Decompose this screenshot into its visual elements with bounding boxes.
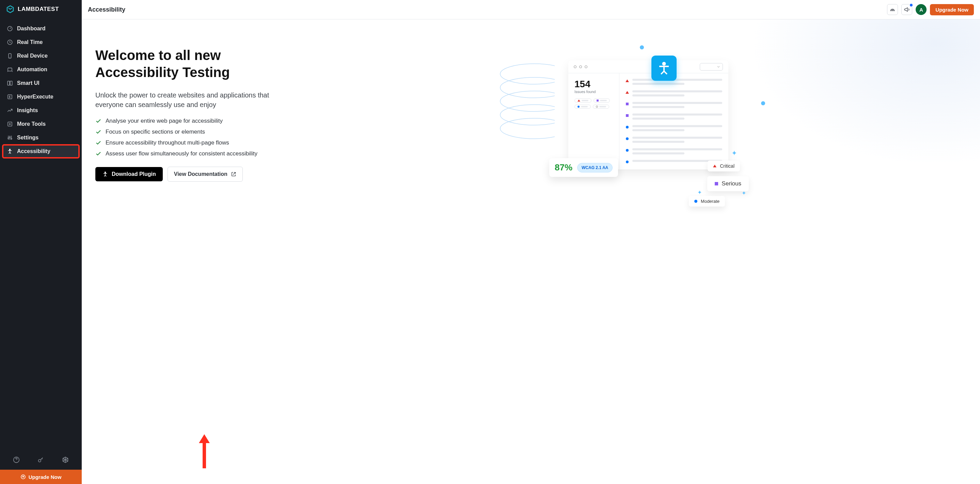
help-icon[interactable] bbox=[13, 456, 20, 463]
moderate-marker-icon bbox=[625, 149, 629, 152]
severity-pill-serious: Serious bbox=[707, 176, 749, 191]
sidebar-item-label: Accessibility bbox=[17, 148, 50, 154]
upgrade-up-icon bbox=[21, 474, 26, 479]
avatar-initial: A bbox=[920, 7, 923, 13]
serious-marker-icon bbox=[715, 182, 718, 185]
svg-point-8 bbox=[8, 138, 9, 139]
annotation-arrow-icon bbox=[197, 434, 211, 468]
sidebar-item-label: More Tools bbox=[17, 121, 46, 127]
decor-dot-icon bbox=[640, 45, 644, 50]
sidebar-item-realdevice[interactable]: Real Device bbox=[3, 50, 79, 62]
clock-icon bbox=[7, 39, 13, 45]
check-icon bbox=[95, 151, 102, 157]
feature-item: Assess user flow simultaneously for cons… bbox=[95, 150, 279, 157]
columns-icon bbox=[7, 80, 13, 86]
moderate-marker-icon bbox=[625, 126, 629, 128]
main: Accessibility A Upgrade Now bbox=[82, 0, 980, 484]
sidebar-item-label: Real Time bbox=[17, 39, 43, 45]
primary-cta-label: Download Plugin bbox=[112, 171, 156, 177]
sidebar-item-dashboard[interactable]: Dashboard bbox=[3, 22, 79, 35]
sidebar-upgrade-label: Upgrade Now bbox=[29, 474, 62, 480]
critical-marker-icon bbox=[713, 165, 716, 167]
feature-text: Assess user flow simultaneously for cons… bbox=[105, 150, 258, 157]
hero-title: Welcome to all new Accessibility Testing bbox=[95, 47, 279, 81]
cta-row: Download Plugin View Documentation bbox=[95, 167, 279, 182]
svg-rect-3 bbox=[8, 68, 12, 71]
key-icon[interactable] bbox=[37, 456, 45, 463]
sidebar-item-insights[interactable]: Insights bbox=[3, 104, 79, 117]
content: Welcome to all new Accessibility Testing… bbox=[82, 19, 980, 484]
critical-marker-icon bbox=[625, 80, 629, 82]
sidebar-item-realtime[interactable]: Real Time bbox=[3, 36, 79, 49]
decor-rings-icon bbox=[497, 60, 555, 156]
feature-text: Analyse your entire web page for accessi… bbox=[105, 118, 223, 125]
severity-label: Serious bbox=[722, 180, 741, 187]
issues-label: Issues found bbox=[574, 89, 614, 94]
feature-list: Analyse your entire web page for accessi… bbox=[95, 118, 279, 157]
sparkle-icon: ✦ bbox=[732, 149, 737, 157]
sidebar-item-settings[interactable]: Settings bbox=[3, 131, 79, 144]
svg-point-11 bbox=[10, 149, 11, 150]
brand-logo-icon bbox=[6, 5, 14, 13]
sidebar-item-hyperexecute[interactable]: HyperExecute bbox=[3, 90, 79, 103]
header-upgrade-button[interactable]: Upgrade Now bbox=[930, 4, 974, 15]
download-plugin-button[interactable]: Download Plugin bbox=[95, 167, 163, 181]
severity-chip-row bbox=[574, 99, 614, 109]
check-icon bbox=[95, 140, 102, 146]
sidebar-footer-icons bbox=[0, 450, 82, 470]
view-docs-button[interactable]: View Documentation bbox=[167, 167, 243, 182]
gauge-icon bbox=[7, 26, 13, 32]
megaphone-icon bbox=[904, 6, 910, 13]
sidebar-item-accessibility[interactable]: Accessibility bbox=[3, 145, 79, 158]
decor-dot-icon bbox=[761, 101, 765, 105]
severity-label: Moderate bbox=[701, 199, 719, 204]
dropdown-placeholder bbox=[700, 63, 723, 70]
sidebar-nav: Dashboard Real Time Real Device Automati… bbox=[0, 19, 82, 450]
bolt-icon bbox=[7, 94, 13, 100]
svg-point-13 bbox=[38, 460, 41, 462]
external-link-icon bbox=[231, 171, 236, 177]
serious-marker-icon bbox=[625, 102, 629, 105]
sidebar-item-label: Real Device bbox=[17, 53, 48, 59]
announcements-button[interactable] bbox=[901, 4, 912, 15]
theme-toggle-button[interactable] bbox=[887, 4, 898, 15]
device-icon bbox=[7, 53, 13, 59]
automation-icon bbox=[7, 67, 13, 73]
feature-text: Focus on specific sections or elements bbox=[105, 128, 205, 135]
sidebar: LAMBDATEST Dashboard Real Time Real Devi… bbox=[0, 0, 82, 484]
svg-marker-16 bbox=[199, 434, 210, 468]
sidebar-item-moretools[interactable]: More Tools bbox=[3, 118, 79, 131]
sidebar-item-label: HyperExecute bbox=[17, 94, 54, 100]
preview-issues-panel bbox=[619, 73, 729, 169]
preview-card-header bbox=[568, 60, 729, 73]
brand-name: LAMBDATEST bbox=[18, 6, 59, 13]
hero-subtitle: Unlock the power to create websites and … bbox=[95, 90, 279, 109]
plus-square-icon bbox=[7, 121, 13, 127]
illustration-column: 154 Issues found 87% WCAG 2.1 AA bbox=[293, 19, 980, 484]
svg-point-15 bbox=[105, 172, 106, 173]
integrations-icon[interactable] bbox=[62, 456, 69, 463]
svg-rect-5 bbox=[10, 81, 12, 85]
sidebar-item-automation[interactable]: Automation bbox=[3, 63, 79, 76]
header-upgrade-label: Upgrade Now bbox=[935, 7, 969, 13]
feature-item: Ensure accessibility throughout multi-pa… bbox=[95, 139, 279, 146]
brand[interactable]: LAMBDATEST bbox=[0, 0, 82, 19]
score-card: 87% WCAG 2.1 AA bbox=[549, 158, 618, 177]
sidebar-upgrade-button[interactable]: Upgrade Now bbox=[0, 470, 82, 484]
avatar[interactable]: A bbox=[916, 4, 926, 15]
severity-pill-moderate: Moderate bbox=[689, 196, 725, 206]
sidebar-item-label: Insights bbox=[17, 107, 38, 113]
sidebar-item-smartui[interactable]: Smart UI bbox=[3, 77, 79, 89]
sparkle-icon: ✦ bbox=[741, 190, 746, 196]
notification-dot-icon bbox=[909, 3, 913, 7]
illustration: 154 Issues found 87% WCAG 2.1 AA bbox=[531, 60, 742, 169]
check-icon bbox=[95, 129, 102, 135]
sparkle-icon: ✦ bbox=[697, 189, 702, 196]
feature-item: Focus on specific sections or elements bbox=[95, 128, 279, 135]
sidebar-item-label: Smart UI bbox=[17, 80, 40, 86]
window-controls-icon bbox=[574, 65, 587, 68]
rainbow-icon bbox=[889, 6, 896, 13]
accessibility-icon bbox=[102, 171, 108, 177]
svg-point-10 bbox=[11, 138, 12, 139]
svg-point-9 bbox=[10, 137, 11, 138]
